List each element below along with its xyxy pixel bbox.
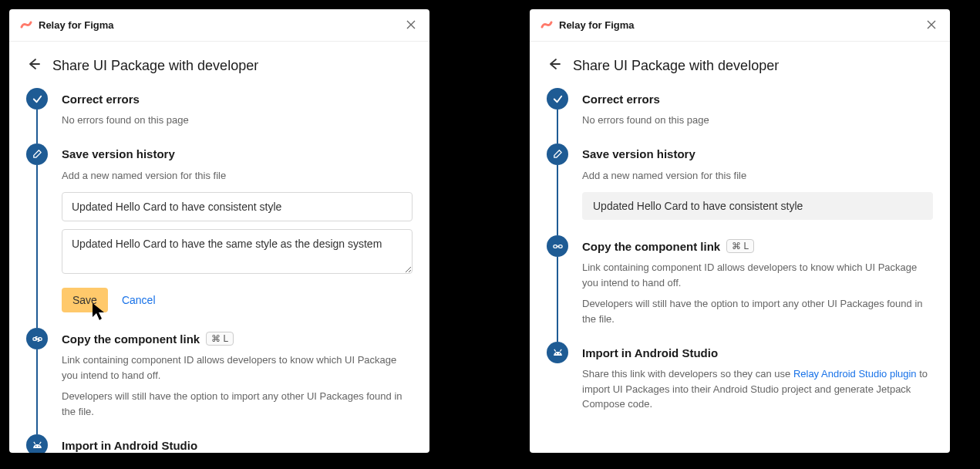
arrow-left-icon (547, 57, 561, 71)
check-icon (547, 88, 568, 110)
version-title-input[interactable] (62, 192, 413, 221)
keyboard-shortcut: ⌘ L (206, 332, 234, 346)
step-import-android: Import in Android Studio Share this link… (26, 434, 413, 453)
step-desc: Developers will still have the option to… (62, 389, 413, 419)
step-title: Import in Android Studio (582, 346, 718, 359)
close-button[interactable] (403, 17, 419, 33)
link-icon (26, 328, 48, 349)
version-desc-textarea[interactable] (62, 229, 413, 274)
step-desc: Share this link with developers so they … (582, 366, 933, 412)
close-icon (406, 20, 416, 29)
step-title: Import in Android Studio (62, 439, 197, 452)
steps-list: Correct errors No errors found on this p… (530, 82, 950, 427)
close-icon (927, 20, 936, 29)
step-title: Correct errors (582, 93, 660, 106)
brand: Relay for Figma (20, 19, 114, 32)
page-title: Share UI Package with developer (52, 58, 258, 74)
brand-label: Relay for Figma (39, 19, 114, 31)
step-copy-link: Copy the component link ⌘ L Link contain… (547, 235, 933, 342)
title-row: Share UI Package with developer (9, 42, 429, 82)
steps-list: Correct errors No errors found on this p… (9, 82, 429, 453)
step-save-version: Save version history Add a new named ver… (547, 143, 933, 236)
back-button[interactable] (547, 57, 561, 74)
step-import-android: Import in Android Studio Share this link… (547, 342, 933, 412)
step-correct-errors: Correct errors No errors found on this p… (547, 88, 933, 143)
keyboard-shortcut: ⌘ L (726, 239, 754, 253)
relay-plugin-link[interactable]: Relay Android Studio plugin (793, 368, 917, 380)
step-correct-errors: Correct errors No errors found on this p… (26, 88, 413, 143)
title-row: Share UI Package with developer (530, 42, 950, 82)
svg-point-8 (555, 353, 557, 354)
check-icon (26, 88, 48, 110)
arrow-left-icon (26, 57, 40, 71)
brand: Relay for Figma (541, 19, 635, 32)
step-desc: No errors found on this page (582, 113, 933, 128)
step-desc: Developers will still have the option to… (582, 296, 933, 326)
pencil-icon (547, 143, 568, 165)
step-desc: Link containing component ID allows deve… (62, 353, 413, 383)
share-panel-saved: Relay for Figma Share UI Package with de… (530, 9, 950, 453)
close-button[interactable] (924, 17, 939, 33)
step-title: Copy the component link (62, 332, 200, 346)
step-desc: Link containing component ID allows deve… (582, 260, 933, 290)
cancel-button[interactable]: Cancel (122, 294, 156, 306)
back-button[interactable] (26, 57, 40, 74)
svg-point-4 (38, 445, 39, 447)
step-title: Save version history (62, 147, 175, 160)
saved-version-label: Updated Hello Card to have consistent st… (582, 192, 933, 220)
android-icon (26, 434, 48, 453)
step-title: Copy the component link (582, 240, 720, 253)
page-title: Share UI Package with developer (573, 58, 779, 74)
pencil-icon (26, 143, 48, 165)
panel-header: Relay for Figma (530, 9, 950, 42)
relay-logo-icon (20, 19, 32, 32)
step-title: Correct errors (62, 93, 140, 106)
step-title: Save version history (582, 147, 695, 160)
link-icon (547, 235, 568, 257)
step-desc: Add a new named version for this file (62, 168, 413, 184)
svg-point-9 (558, 353, 560, 354)
step-copy-link: Copy the component link ⌘ L Link contain… (26, 328, 413, 434)
save-button[interactable]: Save (62, 288, 108, 312)
step-desc: No errors found on this page (62, 113, 413, 128)
step-save-version: Save version history Add a new named ver… (26, 143, 413, 329)
svg-point-3 (35, 445, 36, 447)
relay-logo-icon (541, 19, 553, 32)
step-desc: Add a new named version for this file (582, 168, 933, 184)
android-icon (547, 342, 568, 363)
panel-header: Relay for Figma (9, 9, 429, 42)
share-panel-editing: Relay for Figma Share UI Package with de… (9, 9, 429, 453)
brand-label: Relay for Figma (559, 19, 635, 31)
